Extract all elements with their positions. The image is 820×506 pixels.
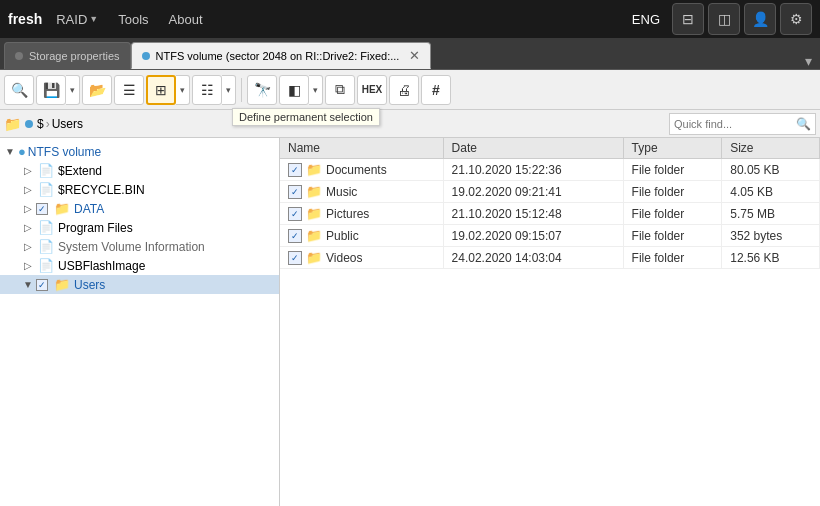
monitor-button[interactable]: ⊟	[672, 3, 704, 35]
details-button[interactable]: ☷	[192, 75, 222, 105]
tree-item-usb[interactable]: ▷ 📄 USBFlashImage	[0, 256, 279, 275]
col-name[interactable]: Name	[280, 138, 443, 159]
file-name-cell: ✓ 📁 Public	[280, 225, 443, 247]
film-button[interactable]: ◫	[708, 3, 740, 35]
copy-button[interactable]: ⧉	[325, 75, 355, 105]
file-size: 12.56 KB	[722, 247, 820, 269]
preview-arrow[interactable]: ▾	[309, 75, 323, 105]
col-type[interactable]: Type	[623, 138, 722, 159]
file-folder-icon: 📁	[306, 206, 322, 221]
grid-view-button[interactable]: ⊞	[146, 75, 176, 105]
file-folder-icon: 📁	[306, 228, 322, 243]
file-checkbox[interactable]: ✓	[288, 185, 302, 199]
file-date: 24.02.2020 14:03:04	[443, 247, 623, 269]
tree-data-arrow-icon: ▷	[22, 203, 34, 214]
grid-arrow[interactable]: ▾	[176, 75, 190, 105]
file-name: Public	[326, 229, 359, 243]
tab-overflow-button[interactable]: ▾	[801, 53, 816, 69]
tree-programfiles-folder-icon: 📄	[38, 220, 54, 235]
tree-svi-arrow-icon: ▷	[22, 241, 34, 252]
details-arrow[interactable]: ▾	[222, 75, 236, 105]
hash-icon: #	[432, 82, 440, 98]
file-folder-icon: 📁	[306, 184, 322, 199]
tree-users-folder-icon: 📁	[54, 277, 70, 292]
tab-ntfs[interactable]: NTFS volume (sector 2048 on RI::Drive2: …	[131, 42, 432, 69]
table-row[interactable]: ✓ 📁 Documents 21.10.2020 15:22:36 File f…	[280, 159, 820, 181]
file-type: File folder	[623, 159, 722, 181]
col-size[interactable]: Size	[722, 138, 820, 159]
table-row[interactable]: ✓ 📁 Pictures 21.10.2020 15:12:48 File fo…	[280, 203, 820, 225]
addressbar: 📁 $ › Users 🔍	[0, 110, 820, 138]
tree-users-arrow-icon: ▼	[22, 279, 34, 290]
list-view-button[interactable]: ☰	[114, 75, 144, 105]
tree-users-checkbox[interactable]: ✓	[36, 279, 48, 291]
save-icon: 💾	[43, 82, 60, 98]
tree-item-data[interactable]: ▷ ✓ 📁 DATA	[0, 199, 279, 218]
toolbar-separator-1	[241, 78, 242, 102]
hash-button[interactable]: #	[421, 75, 451, 105]
person-button[interactable]: 👤	[744, 3, 776, 35]
file-size: 5.75 MB	[722, 203, 820, 225]
tab-storage[interactable]: Storage properties	[4, 42, 131, 69]
tree-item-recyclebin[interactable]: ▷ 📄 $RECYCLE.BIN	[0, 180, 279, 199]
tree-programfiles-label: Program Files	[58, 221, 133, 235]
col-date[interactable]: Date	[443, 138, 623, 159]
path-separator: ›	[46, 117, 50, 131]
preview-button[interactable]: ◧	[279, 75, 309, 105]
table-row[interactable]: ✓ 📁 Music 19.02.2020 09:21:41 File folde…	[280, 181, 820, 203]
person-icon: 👤	[752, 11, 769, 27]
print-button[interactable]: 🖨	[389, 75, 419, 105]
menu-raid[interactable]: RAID ▼	[48, 8, 106, 31]
address-folder-icon: 📁	[4, 116, 21, 132]
search-button[interactable]: 🔍	[4, 75, 34, 105]
file-checkbox[interactable]: ✓	[288, 163, 302, 177]
quick-find-icon[interactable]: 🔍	[796, 117, 811, 131]
tab-dot	[15, 52, 23, 60]
tree-root[interactable]: ▼ ● NTFS volume	[0, 142, 279, 161]
tree-usb-folder-icon: 📄	[38, 258, 54, 273]
tab-storage-label: Storage properties	[29, 50, 120, 62]
menu-about[interactable]: About	[161, 8, 211, 31]
tree-item-extend[interactable]: ▷ 📄 $Extend	[0, 161, 279, 180]
table-row[interactable]: ✓ 📁 Videos 24.02.2020 14:03:04 File fold…	[280, 247, 820, 269]
save-button[interactable]: 💾	[36, 75, 66, 105]
menu-tools[interactable]: Tools	[110, 8, 156, 31]
hex-button[interactable]: HEX	[357, 75, 387, 105]
toolbar: 🔍 💾 ▾ 📂 ☰ ⊞ ▾ ☷ ▾ 🔭 ◧ ▾ ⧉ HEX	[0, 70, 820, 110]
tabbar: Storage properties NTFS volume (sector 2…	[0, 38, 820, 70]
file-type: File folder	[623, 181, 722, 203]
tree-item-users[interactable]: ▼ ✓ 📁 Users	[0, 275, 279, 294]
menubar: fresh RAID ▼ Tools About ENG ⊟ ◫ 👤 ⚙	[0, 0, 820, 38]
file-checkbox[interactable]: ✓	[288, 229, 302, 243]
file-checkbox[interactable]: ✓	[288, 207, 302, 221]
file-name-cell: ✓ 📁 Music	[280, 181, 443, 203]
quick-find-input[interactable]	[674, 118, 794, 130]
volume-icon: ●	[18, 144, 26, 159]
table-row[interactable]: ✓ 📁 Public 19.02.2020 09:15:07 File fold…	[280, 225, 820, 247]
toolbar-tooltip: Define permanent selection	[232, 108, 380, 126]
tree-recyclebin-folder-icon: 📄	[38, 182, 54, 197]
save-arrow[interactable]: ▾	[66, 75, 80, 105]
tree-item-svi[interactable]: ▷ 📄 System Volume Information	[0, 237, 279, 256]
settings-button[interactable]: ⚙	[780, 3, 812, 35]
file-checkbox[interactable]: ✓	[288, 251, 302, 265]
copy-icon: ⧉	[335, 81, 345, 98]
tab-close-button[interactable]: ✕	[409, 48, 420, 63]
tree-recyclebin-label: $RECYCLE.BIN	[58, 183, 145, 197]
monitor-icon: ⊟	[682, 11, 694, 27]
language-selector[interactable]: ENG	[632, 12, 660, 27]
tree-extend-label: $Extend	[58, 164, 102, 178]
tree-usb-label: USBFlashImage	[58, 259, 145, 273]
tree-data-checkbox[interactable]: ✓	[36, 203, 48, 215]
details-dropdown: ☷ ▾	[192, 75, 236, 105]
tree-svi-label: System Volume Information	[58, 240, 205, 254]
binoculars-button[interactable]: 🔭	[247, 75, 277, 105]
tree-root-label: NTFS volume	[28, 145, 101, 159]
tree-panel: ▼ ● NTFS volume ▷ 📄 $Extend ▷ 📄 $RECYCLE…	[0, 138, 280, 506]
tree-item-programfiles[interactable]: ▷ 📄 Program Files	[0, 218, 279, 237]
print-icon: 🖨	[397, 82, 411, 98]
list-icon: ☰	[123, 82, 136, 98]
tree-extend-arrow-icon: ▷	[22, 165, 34, 176]
tree-data-label: DATA	[74, 202, 104, 216]
open-folder-button[interactable]: 📂	[82, 75, 112, 105]
